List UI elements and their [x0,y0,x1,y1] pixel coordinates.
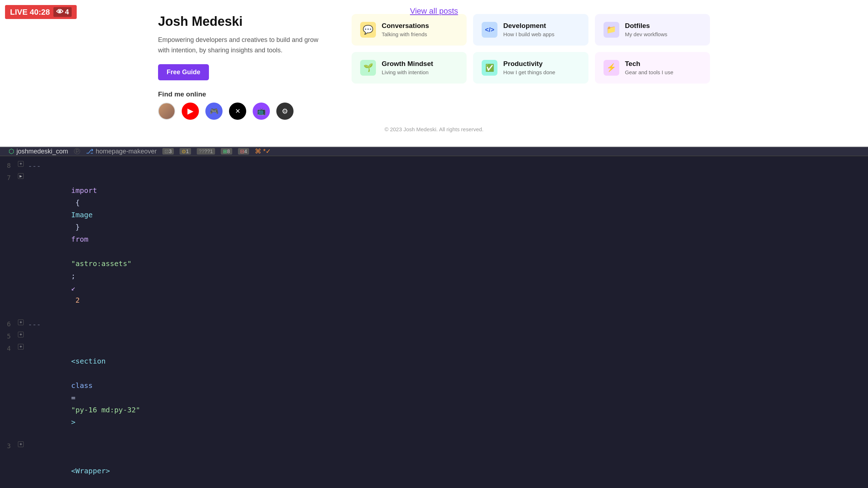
hero-description: Empowering developers and creatives to b… [158,35,330,56]
page-content: Josh Medeski Empowering developers and c… [0,0,868,146]
editor-wrapper: ⬡ joshmedeski_com ⓟ ⎇ homepage-makeover … [0,147,868,488]
conversations-icon: 💬 [360,22,376,38]
hero-name: Josh Medeski [158,14,330,29]
hero-section: Josh Medeski Empowering developers and c… [129,14,739,120]
fold-icon[interactable]: + [18,441,24,447]
code-line-4: 4 + <section class = "py-16 md:py-32" > [0,343,868,440]
live-label: LIVE 40:28 [10,8,50,17]
social-youtube-icon[interactable]: ▶ [182,103,199,120]
dotfiles-icon: 📁 [604,22,619,38]
productivity-title: Productivity [503,60,555,68]
dotfiles-title: Dotfiles [625,22,667,30]
social-avatar[interactable] [158,103,175,120]
category-card-dotfiles[interactable]: 📁 Dotfiles My dev workflows [595,14,710,46]
category-card-productivity[interactable]: ✅ Productivity How I get things done [473,52,588,84]
social-discord-icon[interactable]: 🎮 [205,103,223,120]
fold-icon[interactable]: + [18,161,24,167]
category-card-conversations[interactable]: 💬 Conversations Talking with friends [352,14,467,46]
productivity-text: Productivity How I get things done [503,60,555,75]
terminal-badge4: ⊞8 [221,148,232,155]
conversations-text: Conversations Talking with friends [382,22,429,37]
fold-icon[interactable]: ▶ [18,173,24,179]
code-area[interactable]: 8 + --- 7 ▶ import { Image } from "astro… [0,156,868,488]
social-github-icon[interactable]: ⚙ [276,103,294,120]
social-twitter-icon[interactable]: ✕ [229,103,246,120]
growth-title: Growth Mindset [382,60,433,68]
category-grid: 💬 Conversations Talking with friends </>… [352,14,710,84]
hero-left: Josh Medeski Empowering developers and c… [158,14,330,120]
terminal-session: ⬡ joshmedeski_com [9,147,68,155]
productivity-subtitle: How I get things done [503,69,555,75]
code-line-3: 3 + <Wrapper> [0,440,868,488]
development-subtitle: How I build web apps [503,31,554,37]
find-online-label: Find me online [158,90,330,98]
terminal-badge1: ⊡3 [162,148,174,155]
tech-text: Tech Gear and tools I use [625,60,673,75]
social-icons: ▶ 🎮 ✕ 📺 ⚙ [158,103,330,120]
growth-subtitle: Living with intention [382,69,433,75]
footer-text: © 2023 Josh Medeski. All rights reserved… [385,126,483,132]
view-all-posts-link[interactable]: View all posts [410,6,458,16]
category-card-tech[interactable]: ⚡ Tech Gear and tools I use [595,52,710,84]
dotfiles-text: Dotfiles My dev workflows [625,22,667,37]
terminal-badge3: ????1 [197,148,215,155]
fold-icon[interactable]: + [18,344,24,350]
dotfiles-subtitle: My dev workflows [625,31,667,37]
category-card-growth[interactable]: 🌱 Growth Mindset Living with intention [352,52,467,84]
viewer-count: 👁 4 [53,7,72,17]
free-guide-button[interactable]: Free Guide [158,64,209,80]
productivity-icon: ✅ [482,60,497,76]
conversations-title: Conversations [382,22,429,30]
terminal-extra: ⌘ *✓ [255,147,271,155]
code-line-5: 5 + [0,331,868,343]
code-line-6: 6 + --- [0,318,868,331]
fold-icon[interactable]: + [18,319,24,325]
live-badge: LIVE 40:28 👁 4 [5,5,77,19]
terminal-branch: ⎇ homepage-makeover [86,147,157,155]
development-icon: </> [482,22,497,38]
growth-text: Growth Mindset Living with intention [382,60,433,75]
code-line-8: 8 + --- [0,160,868,172]
code-editor: 8 + --- 7 ▶ import { Image } from "astro… [0,156,868,488]
social-twitch-icon[interactable]: 📺 [253,103,270,120]
tech-icon: ⚡ [604,60,619,76]
browser-preview: LIVE 40:28 👁 4 View all posts Josh Medes… [0,0,868,147]
tech-subtitle: Gear and tools I use [625,69,673,75]
terminal-bar: ⬡ joshmedeski_com ⓟ ⎇ homepage-makeover … [0,147,868,156]
development-text: Development How I build web apps [503,22,554,37]
conversations-subtitle: Talking with friends [382,31,429,37]
category-card-development[interactable]: </> Development How I build web apps [473,14,588,46]
growth-icon: 🌱 [360,60,376,76]
development-title: Development [503,22,554,30]
tech-title: Tech [625,60,673,68]
fold-icon[interactable]: + [18,332,24,337]
terminal-badge2: ⊙1 [180,148,191,155]
code-line-7: 7 ▶ import { Image } from "astro:assets"… [0,172,868,318]
terminal-badge5: ⊟4 [238,148,249,155]
